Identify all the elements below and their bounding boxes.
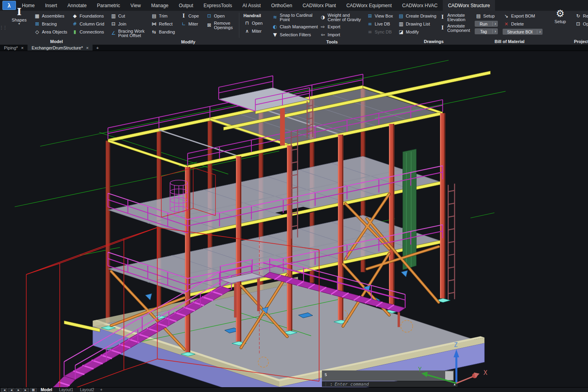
menu-cadworx-structure[interactable]: CADWorx Structure: [443, 0, 495, 11]
reflect-button[interactable]: ⋈Reflect: [150, 20, 177, 28]
menu-output[interactable]: Output: [174, 0, 198, 11]
group-title-model: Model: [8, 38, 105, 44]
menu-expresstools[interactable]: ExpressTools: [198, 0, 237, 11]
area-objects-icon: ◇: [34, 29, 40, 35]
annotate-elevation-icon: I: [440, 15, 445, 20]
shapes-button[interactable]: I Shapes ▾: [8, 12, 30, 20]
menu-ai-assist[interactable]: AI Assist: [237, 0, 266, 11]
application-window: λ Home Insert Annotate Parametric View M…: [0, 0, 588, 392]
sync-db-button[interactable]: ≡Sync DB: [366, 28, 393, 36]
bracing-work-point-offset-button[interactable]: ∠Bracing Work Point Offset: [110, 28, 147, 39]
bracing-button[interactable]: ⊠Bracing: [34, 20, 68, 28]
ribbon-group-modify: ▥Cut ⊟Join ∠Bracing Work Point Offset ▤T…: [107, 11, 269, 45]
column-grid-button[interactable]: #Column Grid: [71, 20, 105, 28]
previous-tab-button[interactable]: ◀: [8, 388, 14, 392]
miter-button[interactable]: ∟Miter: [180, 20, 202, 28]
model-space-tab[interactable]: Model: [38, 388, 55, 392]
cut-icon: ▥: [110, 13, 116, 19]
bom-tag-button[interactable]: Tag›: [475, 28, 498, 34]
menu-cadworx-equipment[interactable]: CADWorx Equipment: [341, 0, 397, 11]
structure-boi-button[interactable]: Structure BOI›: [503, 29, 543, 35]
command-input[interactable]: Enter command: [335, 382, 369, 387]
first-tab-button[interactable]: ◀: [1, 388, 7, 392]
create-drawing-icon: ▤: [398, 13, 404, 19]
menu-view[interactable]: View: [125, 0, 146, 11]
annotate-component-button[interactable]: IAnnotate Component: [439, 23, 470, 33]
new-document-tab-button[interactable]: +: [93, 45, 102, 51]
ribbon-group-tools: ≋Snap to Cardinal Point ◐Clash Managemen…: [269, 11, 395, 45]
gear-icon: ⚙: [556, 8, 565, 19]
weight-and-center-of-gravity-button[interactable]: ◑Weight and Center of Gravity: [319, 12, 363, 23]
export-button[interactable]: ⇨Export: [319, 23, 363, 31]
join-button[interactable]: ⊟Join: [110, 20, 147, 28]
menu-orthogen[interactable]: OrthoGen: [266, 0, 298, 11]
ribbon-grip[interactable]: ⋮⋮: [0, 11, 6, 45]
ribbon-group-bill-of-material: ▤Setup Run› Tag› ↘Export BOM ×Delete Str…: [472, 11, 547, 45]
menu-manage[interactable]: Manage: [146, 0, 174, 11]
close-icon[interactable]: ×: [86, 45, 89, 50]
menu-annotate[interactable]: Annotate: [62, 0, 92, 11]
menu-cadworx-plant[interactable]: CADWorx Plant: [297, 0, 341, 11]
view-box-button[interactable]: ⊞View Box: [366, 12, 393, 20]
layout-list-icon[interactable]: ▦: [30, 388, 37, 392]
banding-button[interactable]: ⇆Banding: [150, 28, 177, 36]
import-button[interactable]: ⇦Import: [319, 31, 363, 39]
cope-button[interactable]: ICope: [180, 12, 202, 20]
command-grip-icon[interactable]: ⋮: [324, 382, 328, 386]
handrail-miter-button[interactable]: ∧Miter: [243, 27, 266, 35]
annotate-elevation-button[interactable]: IAnnotate Elevation: [439, 12, 470, 23]
close-icon[interactable]: ×: [21, 45, 24, 50]
miter-icon: ∟: [181, 21, 186, 27]
weight-and-center-of-gravity-icon: ◑: [320, 15, 326, 20]
area-objects-button[interactable]: ◇Area Objects: [34, 28, 68, 36]
view-box-icon: ⊞: [367, 13, 373, 19]
menu-cadworx-hvac[interactable]: CADWorx HVAC: [397, 0, 443, 11]
foundations-icon: ◆: [72, 13, 78, 19]
cut-button[interactable]: ▥Cut: [110, 12, 147, 20]
snap-to-cardinal-point-button[interactable]: ≋Snap to Cardinal Point: [271, 12, 316, 23]
clash-management-button[interactable]: ◐Clash Management: [271, 23, 316, 31]
remove-openings-button[interactable]: ⊠Remove Openings: [205, 20, 235, 31]
project-setup-button[interactable]: ⚙ Setup: [549, 12, 571, 20]
bom-setup-button[interactable]: ▤Setup: [475, 12, 499, 20]
annotate-component-icon: I: [440, 26, 445, 30]
ribbon-group-project: ⚙ Setup ↻Reload Project ⊡Open Editor Pro…: [547, 11, 588, 45]
foundations-button[interactable]: ◆Foundations: [71, 12, 105, 20]
drawing-list-button[interactable]: ▥Drawing List: [397, 20, 436, 28]
modify-drawing-button[interactable]: ◪Modify: [397, 28, 436, 36]
next-tab-button[interactable]: ▶: [16, 388, 22, 392]
create-drawing-button[interactable]: ▤Create Drawing: [397, 12, 436, 20]
viewport-3d-model[interactable]: [0, 51, 588, 387]
app-logo-icon[interactable]: λ: [2, 1, 16, 10]
handrail-open-button[interactable]: ⊓Open: [243, 19, 266, 27]
bracing-icon: ⊠: [34, 21, 40, 27]
import-icon: ⇦: [320, 32, 326, 37]
doc-tab-piping[interactable]: Piping*×: [0, 45, 28, 51]
cope-icon: I: [181, 13, 186, 19]
right-ladder: [448, 184, 455, 301]
layout1-tab[interactable]: Layout1: [56, 388, 76, 392]
ribbon: ⋮⋮ I Shapes ▾ ▦Assemblies ⊠Bracing ◇Area…: [0, 11, 588, 45]
delete-bom-button[interactable]: ×Delete: [503, 20, 544, 28]
bom-run-button[interactable]: Run›: [475, 21, 498, 27]
bom-setup-icon: ▤: [476, 13, 481, 19]
menu-insert[interactable]: Insert: [40, 0, 62, 11]
selection-filters-button[interactable]: ▼Selection Filters: [271, 31, 316, 39]
assemblies-button[interactable]: ▦Assemblies: [34, 12, 68, 20]
connections-button[interactable]: ▮Connections: [71, 28, 105, 36]
new-layout-button[interactable]: +: [98, 388, 105, 392]
doc-tab-exchangerdrumstructure[interactable]: ExchangerDrumStructure*×: [28, 45, 93, 51]
wall-panel: [403, 149, 416, 270]
export-bom-button[interactable]: ↘Export BOM: [503, 12, 544, 20]
menu-parametric[interactable]: Parametric: [92, 0, 125, 11]
live-db-button[interactable]: ≡Live DB: [366, 20, 393, 28]
model-viewport[interactable]: [0, 51, 588, 387]
layout2-tab[interactable]: Layout2: [77, 388, 97, 392]
trim-button[interactable]: ▤Trim: [150, 12, 177, 20]
assemblies-icon: ▦: [34, 13, 40, 19]
open-button[interactable]: ⊡Open: [205, 12, 235, 20]
last-tab-button[interactable]: ▶: [23, 388, 29, 392]
reload-project-button[interactable]: ↻Reload Project: [574, 12, 588, 20]
open-editor-button[interactable]: ⊡Open Editor: [574, 20, 588, 28]
live-db-icon: ≡: [367, 21, 373, 27]
